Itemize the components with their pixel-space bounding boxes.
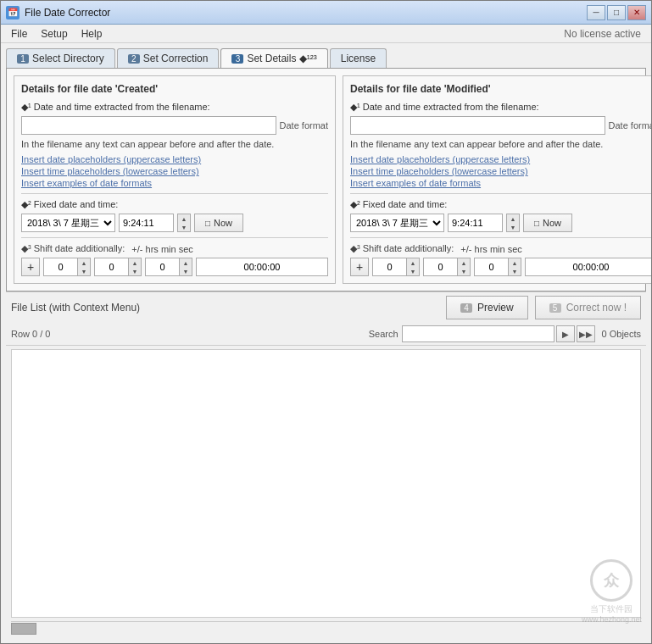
correct-now-button[interactable]: 5 Correct now !: [535, 296, 641, 319]
modified-min-up[interactable]: ▲: [458, 258, 470, 267]
modified-now-button[interactable]: □ Now: [523, 214, 572, 232]
correct-label: Correct now !: [566, 302, 627, 314]
modified-link-date-placeholders[interactable]: Insert date placeholders (uppercase lett…: [350, 154, 651, 164]
title-bar: 📅 File Date Corrector ─ □ ✕: [1, 1, 651, 25]
nav-fast-forward-button[interactable]: ▶▶: [577, 325, 595, 342]
modified-time-spin-down[interactable]: ▼: [507, 223, 519, 231]
close-button[interactable]: ✕: [627, 5, 646, 20]
modified-fixed-date-row: 2018\ 3\ 7 星期三 ▲ ▼ □ Now: [350, 214, 651, 232]
created-date-format-label: Date format: [280, 120, 328, 130]
modified-sec-spinner: ▲ ▼: [508, 258, 521, 276]
modified-link-date-formats[interactable]: Insert examples of date formats: [350, 178, 651, 188]
modified-date-select[interactable]: 2018\ 3\ 7 星期三: [350, 214, 444, 232]
created-section2-label: ◆² Fixed date and time:: [21, 199, 328, 210]
modified-shift-min-wrap: ▲ ▼: [423, 258, 471, 276]
tab-license[interactable]: License: [330, 48, 387, 68]
created-link-date-formats[interactable]: Insert examples of date formats: [21, 178, 328, 188]
created-date-pattern-input[interactable]: [21, 116, 276, 135]
modified-date-format-row: Date format: [350, 116, 651, 135]
created-link-date-placeholders[interactable]: Insert date placeholders (uppercase lett…: [21, 154, 328, 164]
created-hrs-up[interactable]: ▲: [78, 258, 90, 267]
tab2-number: 2: [128, 54, 140, 64]
modified-shift-add[interactable]: +: [350, 258, 369, 276]
window-controls: ─ □ ✕: [587, 5, 646, 20]
app-icon: 📅: [6, 6, 20, 19]
tab-set-details[interactable]: 3 Set Details ◆¹²³: [220, 48, 327, 68]
created-min-up[interactable]: ▲: [129, 258, 141, 267]
created-link-time-placeholders[interactable]: Insert time placeholders (lowercase lett…: [21, 166, 328, 176]
created-date-format-row: Date format: [21, 116, 328, 135]
created-section3-label: ◆³ Shift date additionally: +/- hrs min …: [21, 243, 328, 254]
created-hrs-down[interactable]: ▼: [78, 267, 90, 275]
created-shift-sec-input[interactable]: [145, 258, 179, 276]
row-info: Row 0 / 0: [11, 329, 50, 339]
modified-shift-min-input[interactable]: [423, 258, 457, 276]
created-info-text: In the filename any text can appear befo…: [21, 138, 328, 151]
created-fixed-date-row: 2018\ 3\ 7 星期三 ▲ ▼ □ Now: [21, 214, 328, 232]
preview-number: 4: [460, 303, 472, 313]
tab1-label: Select Directory: [32, 53, 104, 64]
modified-shift-sec-input[interactable]: [474, 258, 508, 276]
created-shift-sec-wrap: ▲ ▼: [145, 258, 192, 276]
maximize-button[interactable]: □: [607, 5, 626, 20]
h-scroll-thumb[interactable]: [11, 623, 36, 635]
created-date-select[interactable]: 2018\ 3\ 7 星期三: [21, 214, 115, 232]
main-window: 📅 File Date Corrector ─ □ ✕ File Setup H…: [0, 0, 652, 644]
created-time-spinner: ▲ ▼: [177, 214, 191, 232]
created-divider1: [21, 193, 328, 194]
created-min-down[interactable]: ▼: [129, 267, 141, 275]
tab-select-directory[interactable]: 1 Select Directory: [6, 48, 115, 68]
created-timecode-input[interactable]: [196, 258, 328, 276]
modified-title: Details for file date 'Modified': [350, 83, 651, 95]
created-sec-up[interactable]: ▲: [180, 258, 192, 267]
created-now-button[interactable]: □ Now: [194, 214, 243, 232]
modified-hrs-up[interactable]: ▲: [407, 258, 419, 267]
main-content: 1 Select Directory 2 Set Correction 3 Se…: [1, 43, 651, 643]
file-list-label: File List (with Context Menu): [11, 302, 140, 314]
created-shift-hrs-input[interactable]: [43, 258, 77, 276]
modified-time-input[interactable]: [448, 214, 503, 232]
created-shift-min-wrap: ▲ ▼: [94, 258, 142, 276]
tab-set-correction[interactable]: 2 Set Correction: [117, 48, 220, 68]
minimize-button[interactable]: ─: [587, 5, 605, 20]
created-title: Details for file date 'Created': [21, 83, 328, 95]
modified-date-format-label: Date format: [609, 120, 651, 130]
created-time-spin-down[interactable]: ▼: [178, 223, 190, 231]
created-shift-min-input[interactable]: [94, 258, 128, 276]
tab-panel: Details for file date 'Created' ◆¹ Date …: [6, 68, 646, 291]
file-list-area[interactable]: [11, 349, 641, 618]
modified-section3-label: ◆³ Shift date additionally: +/- hrs min …: [350, 243, 651, 254]
tab1-number: 1: [17, 54, 29, 64]
modified-timecode-input[interactable]: [525, 258, 651, 276]
created-shift-add[interactable]: +: [21, 258, 40, 276]
modified-sec-up[interactable]: ▲: [509, 258, 521, 267]
created-sec-down[interactable]: ▼: [180, 267, 192, 275]
tab2-label: Set Correction: [143, 53, 209, 64]
search-input[interactable]: [402, 325, 554, 342]
modified-date-pattern-input[interactable]: [350, 116, 605, 135]
preview-label: Preview: [477, 302, 514, 314]
tab4-label: License: [341, 53, 376, 64]
nav-play-button[interactable]: ▶: [556, 325, 575, 342]
menu-file[interactable]: File: [4, 26, 34, 42]
modified-sec-down[interactable]: ▼: [509, 267, 521, 275]
tab-bar: 1 Select Directory 2 Set Correction 3 Se…: [6, 48, 646, 68]
menu-help[interactable]: Help: [75, 26, 109, 42]
modified-section2-label: ◆² Fixed date and time:: [350, 199, 651, 210]
created-time-spin-up[interactable]: ▲: [178, 214, 190, 223]
horizontal-scrollbar[interactable]: [11, 621, 641, 635]
created-divider2: [21, 237, 328, 238]
modified-time-spin-up[interactable]: ▲: [507, 214, 519, 223]
modified-shift-hrs-input[interactable]: [372, 258, 406, 276]
menu-setup[interactable]: Setup: [34, 26, 74, 42]
preview-button[interactable]: 4 Preview: [446, 296, 528, 319]
modified-hrs-down[interactable]: ▼: [407, 267, 419, 275]
modified-link-time-placeholders[interactable]: Insert time placeholders (lowercase lett…: [350, 166, 651, 176]
tab3-number: 3: [231, 54, 243, 64]
modified-min-down[interactable]: ▼: [458, 267, 470, 275]
detail-columns: Details for file date 'Created' ◆¹ Date …: [14, 75, 638, 284]
created-time-input[interactable]: [119, 214, 174, 232]
modified-shift-sec-wrap: ▲ ▼: [474, 258, 521, 276]
menu-bar: File Setup Help No license active: [1, 25, 651, 43]
search-label: Search: [369, 329, 398, 339]
